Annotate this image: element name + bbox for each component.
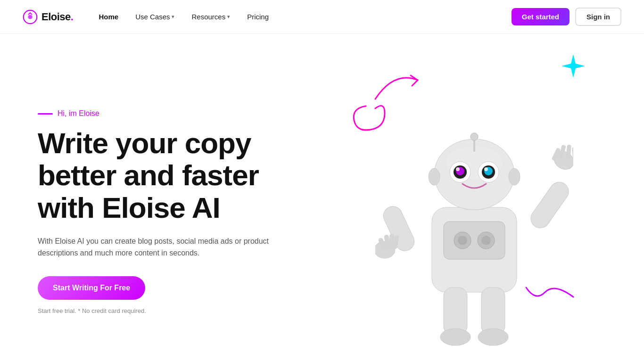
svg-rect-34 — [481, 288, 505, 335]
svg-point-20 — [471, 133, 478, 140]
svg-point-37 — [429, 168, 440, 185]
hero-content: Hi, im Eloise Write your copy better and… — [38, 109, 283, 315]
hero-section: Hi, im Eloise Write your copy better and… — [0, 34, 644, 362]
logo-text: Eloise. — [41, 11, 73, 23]
hi-tag: Hi, im Eloise — [38, 109, 283, 118]
svg-point-7 — [481, 236, 491, 245]
logo[interactable]: Eloise. — [23, 9, 73, 25]
get-started-button[interactable]: Get started — [512, 8, 570, 25]
hero-cta-area: Start Writing For Free Start free trial.… — [38, 276, 283, 315]
nav-home[interactable]: Home — [92, 9, 125, 25]
hi-tagline: Hi, im Eloise — [58, 109, 99, 118]
nav-left: Eloise. Home Use Cases ▾ Resources ▾ Pri… — [23, 9, 275, 25]
robot-illustration — [375, 85, 573, 358]
svg-point-35 — [440, 329, 471, 346]
logo-dot: . — [71, 11, 74, 23]
start-writing-button[interactable]: Start Writing For Free — [38, 276, 145, 300]
robot-container — [333, 38, 616, 358]
svg-rect-27 — [527, 178, 572, 231]
hi-line-decoration — [38, 113, 53, 115]
svg-point-17 — [456, 167, 460, 171]
hero-illustration — [305, 34, 644, 362]
use-cases-chevron-icon: ▾ — [172, 14, 174, 20]
nav-pricing[interactable]: Pricing — [240, 9, 275, 25]
hero-title-line2: better and faster — [38, 159, 259, 191]
svg-point-36 — [478, 329, 508, 346]
nav-right: Get started Sign in — [512, 8, 621, 26]
hero-title-line1: Write your copy — [38, 127, 251, 159]
hero-title: Write your copy better and faster with E… — [38, 127, 283, 224]
svg-point-1 — [28, 15, 33, 19]
hero-subtitle: With Eloise AI you can create blog posts… — [38, 235, 283, 259]
svg-point-18 — [484, 167, 488, 171]
nav-links: Home Use Cases ▾ Resources ▾ Pricing — [92, 9, 275, 25]
svg-point-38 — [509, 168, 520, 185]
navbar: Eloise. Home Use Cases ▾ Resources ▾ Pri… — [0, 0, 644, 34]
svg-rect-3 — [444, 222, 505, 259]
hero-title-line3: with Eloise AI — [38, 191, 220, 224]
sparkle-icon — [559, 52, 587, 80]
sign-in-button[interactable]: Sign in — [575, 8, 621, 26]
svg-point-6 — [458, 236, 467, 245]
nav-use-cases[interactable]: Use Cases ▾ — [129, 9, 181, 25]
free-trial-note: Start free trial. * No credit card requi… — [38, 307, 146, 314]
resources-chevron-icon: ▾ — [227, 14, 230, 20]
nav-resources[interactable]: Resources ▾ — [185, 9, 237, 25]
svg-rect-33 — [444, 288, 467, 335]
logo-icon — [23, 9, 38, 25]
